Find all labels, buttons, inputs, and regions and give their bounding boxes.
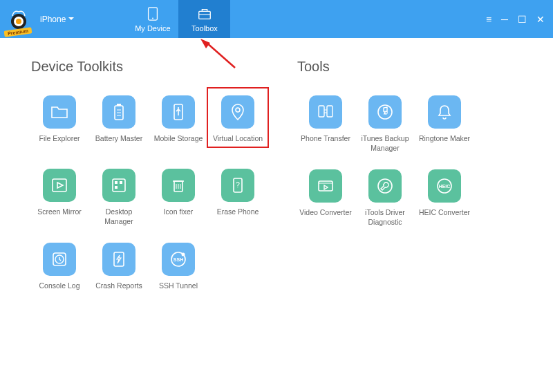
tool-label: SSH Tunnel: [159, 281, 198, 299]
tool-label: Crash Reports: [95, 281, 142, 299]
video-icon: [309, 169, 342, 203]
battery-icon: [102, 95, 135, 129]
tool-phone-transfer[interactable]: Phone Transfer: [297, 95, 354, 153]
trash-icon: [162, 169, 195, 202]
tab-toolbox[interactable]: Toolbox: [178, 0, 230, 38]
svg-point-34: [182, 253, 185, 256]
section-title: Device Toolkits: [31, 59, 273, 75]
svg-rect-35: [319, 106, 324, 117]
svg-point-2: [16, 19, 21, 24]
svg-rect-10: [117, 104, 121, 106]
tool-label: Screen Mirror: [37, 207, 82, 225]
svg-text:HEIC: HEIC: [439, 184, 451, 189]
tool-itools-diagnostic[interactable]: iTools Driver Diagnostic: [357, 169, 413, 227]
lightning-doc-icon: [102, 243, 135, 276]
play-icon: [43, 169, 76, 202]
tool-ringtone-maker[interactable]: Ringtone Maker: [416, 95, 473, 153]
folder-icon: [43, 95, 76, 129]
tool-label: File Explorer: [39, 134, 80, 152]
tool-label: Erase Phone: [217, 207, 259, 225]
svg-text:?: ?: [236, 181, 240, 189]
toolkit-grid: File Explorer Battery Master Mobile Stor…: [31, 95, 273, 313]
tool-label: Icon fixer: [164, 207, 194, 225]
device-selector[interactable]: iPhone: [36, 12, 78, 27]
tool-label: Console Log: [39, 281, 80, 299]
tool-label: iTunes Backup Manager: [357, 134, 413, 153]
tool-virtual-location[interactable]: Virtual Location: [209, 95, 266, 152]
tool-label: Virtual Location: [213, 134, 263, 152]
tool-itunes-backup[interactable]: iTunes Backup Manager: [357, 95, 413, 153]
chevron-down-icon: [68, 17, 74, 21]
tab-my-device[interactable]: My Device: [126, 0, 178, 38]
svg-marker-40: [324, 185, 328, 189]
close-button[interactable]: ✕: [536, 14, 545, 25]
location-pin-icon: [221, 95, 254, 129]
maximize-button[interactable]: ☐: [518, 14, 527, 25]
phone-swap-icon: [309, 95, 342, 129]
device-toolkits-section: Device Toolkits File Explorer Battery Ma…: [31, 59, 273, 371]
ssh-icon: SSH: [162, 243, 195, 276]
tool-ssh-tunnel[interactable]: SSH SSH Tunnel: [150, 243, 207, 299]
svg-rect-18: [113, 179, 125, 192]
nav-tabs: My Device Toolbox: [126, 0, 230, 38]
tool-label: HEIC Converter: [419, 208, 470, 226]
tab-label: My Device: [135, 24, 170, 32]
clock-icon: [43, 243, 76, 276]
tab-label: Toolbox: [191, 24, 218, 32]
content-area: Device Toolkits File Explorer Battery Ma…: [0, 38, 553, 392]
tool-file-explorer[interactable]: File Explorer: [31, 95, 88, 152]
logo-area: Premium iPhone: [0, 0, 85, 38]
menu-icon[interactable]: ≡: [486, 14, 491, 25]
section-title: Tools: [297, 59, 522, 75]
app-logo: Premium: [6, 6, 32, 32]
tool-label: iTools Driver Diagnostic: [357, 208, 413, 227]
svg-point-15: [236, 108, 240, 112]
tool-label: Battery Master: [95, 134, 142, 152]
tool-video-converter[interactable]: Video Converter: [297, 169, 354, 227]
tool-desktop-manager[interactable]: Desktop Manager: [91, 169, 147, 226]
tool-label: Desktop Manager: [91, 207, 147, 226]
music-refresh-icon: [368, 95, 402, 129]
svg-rect-20: [120, 181, 122, 184]
svg-rect-19: [115, 181, 118, 184]
tool-label: Mobile Storage: [154, 134, 203, 152]
tool-mobile-storage[interactable]: Mobile Storage: [150, 95, 207, 152]
svg-marker-17: [57, 183, 63, 188]
svg-point-41: [378, 179, 392, 193]
header: Premium iPhone My Device Toolbox ≡ ─ ☐ ✕: [0, 0, 553, 38]
tool-battery-master[interactable]: Battery Master: [91, 95, 147, 152]
wrench-icon: [368, 169, 402, 203]
grid-icon: [102, 169, 135, 202]
tool-erase-phone[interactable]: ? Erase Phone: [209, 169, 266, 226]
minimize-button[interactable]: ─: [501, 14, 508, 25]
svg-rect-21: [115, 186, 118, 189]
usb-icon: [162, 95, 195, 129]
tool-console-log[interactable]: Console Log: [31, 243, 88, 299]
tools-grid: Phone Transfer iTunes Backup Manager Rin…: [297, 95, 522, 241]
tool-label: Ringtone Maker: [419, 134, 470, 152]
window-controls: ≡ ─ ☐ ✕: [486, 0, 553, 38]
app-window: Premium iPhone My Device Toolbox ≡ ─ ☐ ✕: [0, 0, 553, 392]
svg-rect-36: [327, 106, 332, 117]
bell-icon: [428, 95, 461, 129]
toolbox-icon: [196, 6, 213, 21]
svg-point-4: [152, 17, 153, 19]
heic-icon: HEIC: [428, 169, 461, 203]
device-label: iPhone: [40, 15, 66, 24]
tool-crash-reports[interactable]: Crash Reports: [91, 243, 147, 299]
tool-label: Phone Transfer: [301, 134, 350, 152]
svg-text:SSH: SSH: [174, 257, 183, 262]
tools-section: Tools Phone Transfer iTunes Backup Manag…: [297, 59, 522, 371]
tool-heic-converter[interactable]: HEIC HEIC Converter: [416, 169, 473, 227]
tablet-icon: [144, 6, 161, 21]
svg-rect-16: [53, 179, 66, 192]
tool-screen-mirror[interactable]: Screen Mirror: [31, 169, 88, 226]
phone-question-icon: ?: [221, 169, 254, 202]
svg-rect-5: [199, 11, 211, 19]
tool-icon-fixer[interactable]: Icon fixer: [150, 169, 207, 226]
tool-label: Video Converter: [299, 208, 352, 226]
